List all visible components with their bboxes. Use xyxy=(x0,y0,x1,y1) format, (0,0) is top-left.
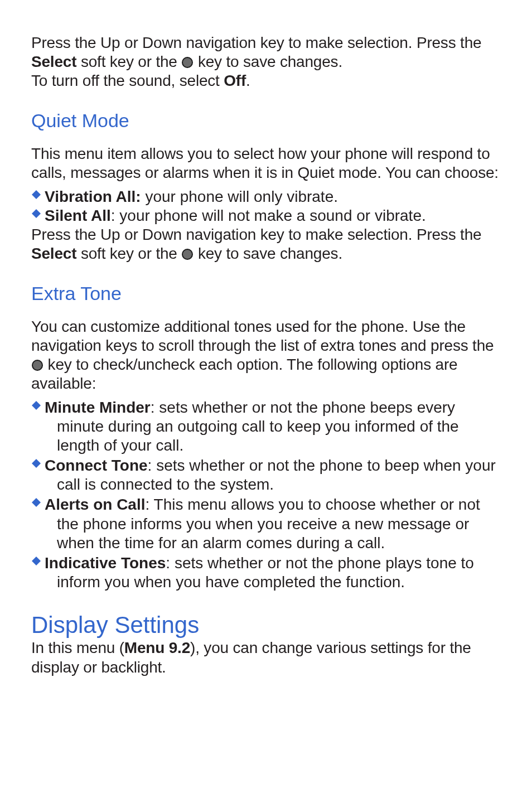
ok-key-icon xyxy=(181,56,194,69)
diamond-icon xyxy=(31,209,41,219)
extra-para-pre: You can customize additional tones used … xyxy=(31,318,494,354)
bullet-label: Vibration All: xyxy=(45,188,141,205)
svg-marker-11 xyxy=(32,557,41,565)
quiet-after-mid: soft key or the xyxy=(76,245,181,262)
diamond-icon xyxy=(31,497,41,507)
quiet-bullet-silent: Silent All: your phone will not make a s… xyxy=(31,206,501,225)
intro-off-pre: To turn off the sound, select xyxy=(31,72,224,89)
intro-text-3: key to save changes. xyxy=(194,53,342,70)
quiet-after-pre: Press the Up or Down navigation key to m… xyxy=(31,226,481,243)
display-para-bold: Menu 9.2 xyxy=(124,639,190,656)
intro-text-1: Press the Up or Down navigation key to m… xyxy=(31,34,481,51)
ok-key-icon xyxy=(181,248,194,260)
bullet-label: Silent All xyxy=(45,207,111,224)
bullet-label: Minute Minder xyxy=(45,399,151,416)
quiet-after-paragraph: Press the Up or Down navigation key to m… xyxy=(31,225,501,263)
extra-bullet-indicative-tones: Indicative Tones: sets whether or not th… xyxy=(31,554,501,592)
diamond-icon xyxy=(31,556,41,566)
page: Press the Up or Down navigation key to m… xyxy=(0,0,532,722)
ok-key-icon xyxy=(31,359,43,371)
quiet-after-bold: Select xyxy=(31,245,76,262)
bullet-text: : your phone will not make a sound or vi… xyxy=(111,207,426,224)
extra-bullet-minute-minder: Minute Minder: sets whether or not the p… xyxy=(31,398,501,455)
intro-off-line: To turn off the sound, select Off. xyxy=(31,71,501,90)
quiet-after-post: key to save changes. xyxy=(194,245,342,262)
bullet-label: Connect Tone xyxy=(45,457,148,474)
intro-off-post: . xyxy=(246,72,250,89)
diamond-icon xyxy=(31,458,41,468)
svg-marker-2 xyxy=(32,190,41,199)
intro-off-bold: Off xyxy=(224,72,246,89)
bullet-text: your phone will only vibrate. xyxy=(141,188,338,205)
display-settings-paragraph: In this menu (Menu 9.2), you can change … xyxy=(31,639,501,676)
display-settings-heading: Display Settings xyxy=(31,612,501,639)
quiet-mode-heading: Quiet Mode xyxy=(31,109,501,132)
diamond-icon xyxy=(31,190,41,200)
svg-marker-3 xyxy=(32,209,41,218)
svg-marker-9 xyxy=(32,459,41,468)
quiet-bullet-vibration: Vibration All: your phone will only vibr… xyxy=(31,187,501,206)
bullet-label: Alerts on Call xyxy=(45,496,145,513)
diamond-icon xyxy=(31,400,41,410)
bullet-label: Indicative Tones xyxy=(45,554,166,572)
extra-bullet-connect-tone: Connect Tone: sets whether or not the ph… xyxy=(31,456,501,494)
extra-para-post: key to check/uncheck each option. The fo… xyxy=(31,356,457,392)
extra-tone-heading: Extra Tone xyxy=(31,282,501,305)
extra-tone-paragraph: You can customize additional tones used … xyxy=(31,317,501,394)
svg-marker-10 xyxy=(32,498,41,507)
extra-bullet-alerts-on-call: Alerts on Call: This menu allows you to … xyxy=(31,495,501,552)
svg-marker-8 xyxy=(32,401,41,410)
intro-select-bold: Select xyxy=(31,53,76,70)
intro-paragraph: Press the Up or Down navigation key to m… xyxy=(31,33,501,71)
display-para-pre: In this menu ( xyxy=(31,639,124,656)
intro-text-2: soft key or the xyxy=(76,53,181,70)
quiet-mode-paragraph: This menu item allows you to select how … xyxy=(31,144,501,182)
